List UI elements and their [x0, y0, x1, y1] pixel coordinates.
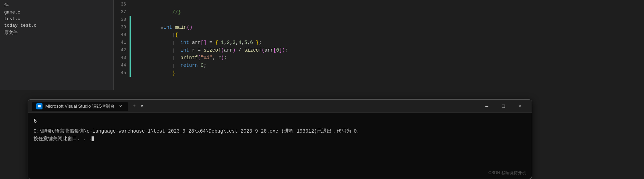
code-line-36: 36 //}	[114, 1, 644, 8]
terminal-add-tab-button[interactable]: +	[131, 102, 138, 110]
bottom-wrapper: ⊞ Microsoft Visual Studio 调试控制台 ✕ + ∨ — …	[0, 90, 644, 179]
terminal-path-line: C:\鹏哥c语言暑假集训\c-language-warehouse-1\test…	[34, 127, 526, 135]
code-line-45: 45	[114, 69, 644, 77]
terminal-press-key: 按任意键关闭此窗口. . .	[34, 135, 526, 143]
top-section: 件 game.c test.c today_test.c 原文件 36 //}	[0, 0, 644, 90]
terminal-tab[interactable]: ⊞ Microsoft Visual Studio 调试控制台 ✕	[32, 102, 128, 111]
code-line-41: 41 | int r = sizeof(arr) / sizeof(arr[0]…	[114, 39, 644, 46]
sidebar-item-source[interactable]: 原文件	[0, 29, 113, 36]
terminal-maximize-button[interactable]: □	[496, 101, 511, 111]
sidebar-item-件[interactable]: 件	[0, 1, 113, 9]
terminal-cursor	[92, 136, 94, 141]
code-line-38: 38 ⊟int main()	[114, 16, 644, 24]
terminal-tab-close-button[interactable]: ✕	[117, 103, 124, 109]
terminal-tab-label: Microsoft Visual Studio 调试控制台	[45, 103, 115, 109]
code-line-44: 44 }	[114, 62, 644, 69]
sidebar-item-game[interactable]: game.c	[0, 9, 113, 16]
terminal-minimize-button[interactable]: —	[479, 101, 494, 111]
terminal-body: 6 C:\鹏哥c语言暑假集训\c-language-warehouse-1\te…	[28, 113, 532, 147]
sidebar: 件 game.c test.c today_test.c 原文件	[0, 0, 114, 90]
code-lines: 36 //} 37 38 ⊟int main()	[114, 0, 644, 77]
terminal-output-number: 6	[34, 117, 526, 126]
code-line-43: 43 | return 0;	[114, 54, 644, 62]
watermark: CSDN @睡觉待开机	[488, 170, 526, 176]
code-line-42: 42 | printf("%d", r);	[114, 46, 644, 54]
terminal-window-controls: — □ ✕	[479, 101, 528, 111]
code-line-40: 40 | int arr[] = { 1,2,3,4,5,6 };	[114, 31, 644, 39]
sidebar-item-test[interactable]: test.c	[0, 16, 113, 22]
terminal-titlebar: ⊞ Microsoft Visual Studio 调试控制台 ✕ + ∨ — …	[28, 100, 532, 113]
terminal-chevron-button[interactable]: ∨	[141, 104, 143, 109]
terminal-close-button[interactable]: ✕	[512, 101, 528, 111]
terminal-window: ⊞ Microsoft Visual Studio 调试控制台 ✕ + ∨ — …	[28, 99, 532, 179]
code-line-39: 39 |{	[114, 24, 644, 31]
sidebar-item-today-test[interactable]: today_test.c	[0, 22, 113, 29]
code-line-37: 37	[114, 8, 644, 16]
terminal-tab-icon: ⊞	[36, 103, 42, 109]
code-editor: 36 //} 37 38 ⊟int main()	[114, 0, 644, 90]
